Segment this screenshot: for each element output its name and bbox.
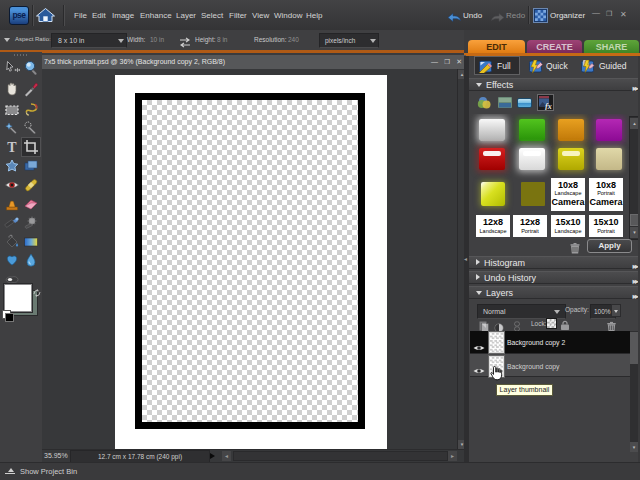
svg-text:fx: fx [545,102,552,111]
svg-text:T: T [7,140,17,155]
